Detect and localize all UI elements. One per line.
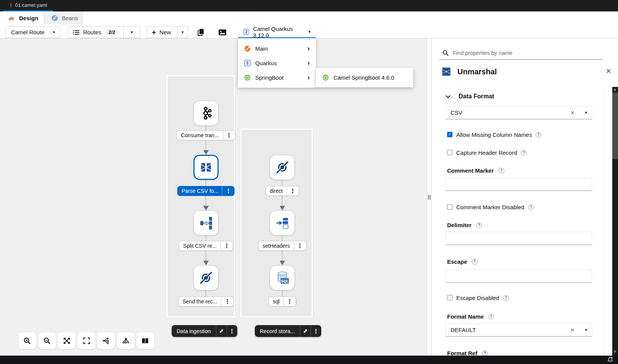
properties-search-input[interactable] [453, 50, 602, 56]
collapse-group-button[interactable] [300, 325, 311, 337]
runtime-menu-item-label: Quarkus [255, 60, 277, 66]
runtime-selector-toggle[interactable]: Camel Quarkus 3.12.0 ▾ [238, 26, 316, 38]
clear-icon[interactable]: ✕ [570, 327, 575, 333]
runtime-menu-item-quarkus[interactable]: Quarkus › [238, 56, 316, 70]
checkbox[interactable]: ✓ [447, 132, 452, 137]
panel-resize-splitter[interactable] [427, 38, 431, 356]
vertical-layout-button[interactable] [117, 332, 135, 349]
status-bar [0, 356, 618, 364]
copy-flow-button[interactable] [193, 26, 208, 38]
node-kafka[interactable] [193, 101, 219, 126]
reset-view-button[interactable] [77, 332, 95, 349]
close-panel-button[interactable]: ✕ [606, 67, 611, 75]
horizontal-layout-button[interactable] [97, 332, 115, 349]
runtime-label: Camel Quarkus 3.12.0 [253, 26, 304, 38]
help-icon[interactable]: ? [499, 168, 504, 173]
group-label-data-ingestion[interactable]: Data ingestion ⋮ [172, 325, 237, 337]
zoom-in-button[interactable] [18, 332, 36, 349]
runtime-submenu-item-camel-springboot[interactable]: Camel SpringBoot 4.6.0 [316, 68, 413, 87]
help-icon[interactable]: ? [482, 350, 488, 356]
help-icon[interactable]: ? [521, 150, 526, 156]
section-data-format[interactable]: Data Format [446, 92, 592, 101]
kebab-menu-icon[interactable]: ⋮ [220, 241, 233, 250]
routes-dropdown-toggle[interactable]: ▾ [123, 27, 140, 38]
scroll-down-arrow-icon[interactable] [613, 351, 616, 353]
field-label-text: Format Ref [447, 350, 477, 356]
checkbox[interactable] [447, 204, 452, 210]
group-kebab-button[interactable]: ⋮ [227, 325, 237, 337]
node-split[interactable] [193, 210, 219, 236]
comment-marker-input[interactable] [446, 178, 592, 191]
help-icon[interactable]: ? [536, 132, 541, 138]
field-comment-marker-label: Comment Marker ? [447, 167, 592, 173]
panel-scrollbar[interactable] [612, 87, 618, 356]
kebab-menu-icon[interactable]: ⋮ [223, 131, 235, 140]
help-icon[interactable]: ? [472, 259, 478, 265]
dataformat-select[interactable]: CSV ✕ ▾ [446, 106, 592, 119]
node-unmarshal[interactable] [193, 155, 219, 180]
zoom-out-icon [43, 337, 51, 345]
direct-icon [275, 160, 290, 175]
node-setheaders[interactable] [270, 210, 295, 236]
node-label-setheaders[interactable]: setHeaders ⋮ [258, 241, 306, 251]
node-sql[interactable]: SQL [270, 265, 295, 290]
export-image-button[interactable] [215, 26, 230, 38]
springboot-icon [244, 74, 251, 81]
clear-icon[interactable]: ✕ [570, 110, 575, 116]
delimiter-input[interactable] [446, 232, 592, 245]
runtime-menu-item-springboot[interactable]: SpringBoot › [238, 70, 316, 85]
caret-down-icon: ▾ [585, 111, 587, 115]
route-list-button[interactable]: Routes 2/2 [68, 27, 123, 38]
splitter-grip-icon [428, 195, 430, 200]
caret-down-icon: ▾ [131, 30, 133, 34]
kebab-menu-icon[interactable]: ⋮ [222, 186, 234, 196]
group-kebab-button[interactable]: ⋮ [311, 325, 321, 337]
node-label-split[interactable]: Split CSV re... ⋮ [179, 241, 233, 251]
help-icon[interactable]: ? [503, 295, 509, 301]
new-route-button[interactable]: + New [147, 27, 177, 38]
panel-header: Unmarshal [442, 66, 497, 77]
kebab-menu-icon[interactable]: ⋮ [221, 297, 233, 306]
field-delimiter-label: Delimiter ? [447, 222, 592, 228]
tab-design[interactable]: Design [0, 11, 44, 24]
kebab-menu-icon[interactable]: ⋮ [294, 241, 306, 250]
node-label-sql[interactable]: sql ⋮ [269, 297, 296, 306]
runtime-menu-item-main[interactable]: Main › [238, 41, 316, 56]
node-label-direct[interactable]: direct ⋮ [266, 186, 299, 196]
escape-input[interactable] [446, 269, 592, 283]
kebab-menu-icon[interactable]: ⋮ [283, 297, 296, 306]
tab-beans[interactable]: Beans [44, 11, 82, 24]
help-icon[interactable]: ? [528, 204, 534, 210]
checkbox[interactable] [447, 150, 452, 155]
node-send-direct[interactable] [193, 265, 219, 290]
node-label-send[interactable]: Send the rec... ⋮ [178, 297, 233, 306]
node-label-text: Split CSV re... [179, 243, 220, 249]
quarkus-icon [244, 60, 251, 66]
node-label-consume[interactable]: Consume tran... ⋮ [177, 130, 235, 140]
plus-icon: + [152, 29, 156, 36]
zoom-out-button[interactable] [38, 332, 56, 349]
expand-arrows-icon [63, 337, 70, 344]
notifications-button[interactable] [607, 357, 613, 364]
format-name-select[interactable]: DEFAULT ✕ ▾ [446, 323, 592, 337]
field-label-text: Comment Marker [447, 167, 494, 174]
node-direct[interactable] [270, 155, 295, 180]
search-icon [443, 50, 449, 56]
new-dropdown-toggle[interactable]: ▾ [177, 27, 188, 38]
file-tab[interactable]: ! 01.camel.yaml [3, 0, 53, 11]
collapse-group-button[interactable] [216, 325, 227, 337]
help-icon[interactable]: ? [476, 222, 482, 228]
node-label-unmarshal[interactable]: Parse CSV fo... ⋮ [177, 186, 235, 196]
help-icon[interactable]: ? [488, 314, 494, 319]
checkbox[interactable] [447, 295, 452, 300]
edge-arrowhead [203, 261, 209, 265]
kebab-menu-icon[interactable]: ⋮ [286, 186, 299, 196]
node-label-text: direct [266, 188, 286, 194]
scroll-area-edge [604, 87, 604, 356]
scrollbar-thumb[interactable] [612, 93, 618, 159]
open-catalog-button[interactable] [136, 332, 154, 349]
group-label-record-storage[interactable]: Record stora... ⋮ [255, 325, 321, 337]
scroll-up-arrow-icon[interactable] [613, 88, 616, 91]
dsl-selector-button[interactable]: Camel Route ▾ [6, 26, 60, 38]
fit-to-screen-button[interactable] [58, 332, 76, 349]
